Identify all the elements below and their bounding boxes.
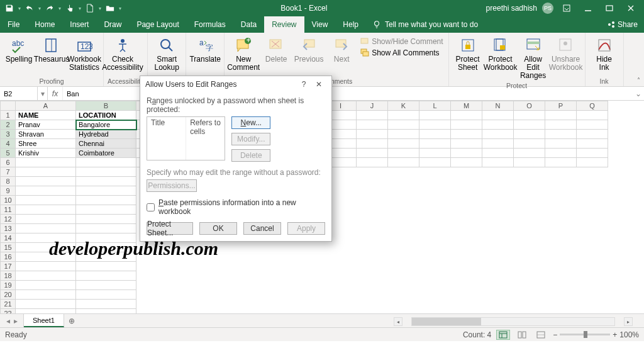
col-header-N[interactable]: N: [482, 101, 514, 111]
col-header-B[interactable]: B: [76, 101, 136, 111]
cell[interactable]: [16, 300, 76, 309]
cell[interactable]: [16, 233, 76, 243]
show-all-comments-button[interactable]: Show All Comments: [359, 48, 444, 58]
thesaurus-button[interactable]: Thesaurus: [36, 34, 67, 64]
cell[interactable]: [545, 111, 577, 120]
zoom-slider[interactable]: [560, 334, 610, 335]
cell[interactable]: [482, 111, 514, 120]
row-header[interactable]: 1: [1, 111, 16, 120]
cell[interactable]: Hydrebad: [76, 130, 136, 139]
cell[interactable]: [388, 149, 419, 158]
new-file-button[interactable]: [83, 1, 97, 15]
cell[interactable]: [577, 120, 608, 130]
cell[interactable]: [16, 196, 76, 205]
select-all-corner[interactable]: [1, 101, 16, 111]
spelling-button[interactable]: abcSpelling: [4, 34, 34, 64]
cell[interactable]: [419, 158, 451, 167]
cell[interactable]: [482, 139, 514, 149]
horizontal-scrollbar[interactable]: ◂ ▸: [394, 317, 633, 326]
redo-button[interactable]: [43, 1, 57, 15]
dialog-close-button[interactable]: ✕: [311, 78, 326, 91]
row-header[interactable]: 12: [1, 215, 16, 224]
tab-insert[interactable]: Insert: [62, 16, 96, 33]
col-header-A[interactable]: A: [16, 101, 76, 111]
cell[interactable]: [451, 130, 482, 139]
paste-permissions-input[interactable]: [147, 203, 155, 211]
cell[interactable]: LOCATIION: [76, 111, 136, 120]
cell[interactable]: [76, 167, 136, 177]
ranges-listbox[interactable]: Title Refers to cells: [147, 116, 225, 160]
maximize-button[interactable]: [601, 1, 618, 15]
col-header-O[interactable]: O: [514, 101, 545, 111]
cell[interactable]: [514, 149, 545, 158]
cell[interactable]: [451, 139, 482, 149]
tab-formulas[interactable]: Formulas: [187, 16, 233, 33]
touch-mode-button[interactable]: [63, 1, 77, 15]
cell[interactable]: [357, 149, 388, 158]
formula-expand-button[interactable]: ⌄: [633, 89, 644, 98]
cell[interactable]: [16, 290, 76, 300]
new-range-button[interactable]: New...: [231, 116, 270, 129]
cell[interactable]: [16, 224, 76, 233]
cell[interactable]: [514, 139, 545, 149]
scroll-track[interactable]: [411, 317, 615, 326]
cell[interactable]: [451, 158, 482, 167]
dialog-titlebar[interactable]: Allow Users to Edit Ranges ? ✕: [140, 76, 331, 93]
cell[interactable]: [451, 149, 482, 158]
minimize-button[interactable]: [580, 1, 596, 15]
dialog-help-button[interactable]: ?: [296, 78, 311, 91]
cell[interactable]: [545, 149, 577, 158]
col-header-P[interactable]: P: [545, 101, 577, 111]
cell[interactable]: [357, 130, 388, 139]
row-header[interactable]: 2: [1, 120, 16, 130]
row-header[interactable]: 13: [1, 224, 16, 233]
cell[interactable]: [577, 111, 608, 120]
cell[interactable]: [577, 130, 608, 139]
cell[interactable]: [577, 158, 608, 167]
col-header-K[interactable]: K: [388, 101, 419, 111]
cell[interactable]: Chennai: [76, 139, 136, 149]
cell[interactable]: [577, 149, 608, 158]
translate-button[interactable]: a字Translate: [190, 34, 220, 64]
tab-review[interactable]: Review: [264, 16, 304, 33]
cell[interactable]: [16, 309, 76, 314]
cell[interactable]: [76, 243, 136, 252]
cell[interactable]: [76, 177, 136, 186]
cell[interactable]: [545, 130, 577, 139]
undo-button[interactable]: [23, 1, 36, 15]
close-button[interactable]: [623, 1, 639, 15]
scroll-left-button[interactable]: ◂: [394, 317, 402, 326]
cell[interactable]: [451, 120, 482, 130]
page-break-view-button[interactable]: [534, 330, 548, 340]
cell[interactable]: [577, 139, 608, 149]
cell[interactable]: [16, 252, 76, 262]
cell[interactable]: [16, 158, 76, 167]
row-header[interactable]: 15: [1, 243, 16, 252]
save-button[interactable]: [3, 1, 16, 15]
cell[interactable]: Pranav: [16, 120, 76, 130]
cell[interactable]: NAME: [16, 111, 76, 120]
cell[interactable]: [16, 177, 76, 186]
paste-permissions-checkbox[interactable]: Paste permissions information into a new…: [147, 198, 325, 216]
row-header[interactable]: 11: [1, 205, 16, 215]
cell[interactable]: [514, 111, 545, 120]
row-header[interactable]: 14: [1, 233, 16, 243]
protect-workbook-button[interactable]: Protect Workbook: [486, 34, 516, 72]
cell[interactable]: Shree: [16, 139, 76, 149]
row-header[interactable]: 19: [1, 281, 16, 290]
cell[interactable]: [357, 139, 388, 149]
row-header[interactable]: 8: [1, 177, 16, 186]
cell[interactable]: [388, 130, 419, 139]
cell[interactable]: [388, 111, 419, 120]
cell[interactable]: [419, 120, 451, 130]
cell[interactable]: [357, 158, 388, 167]
cell[interactable]: [419, 130, 451, 139]
row-header[interactable]: 4: [1, 139, 16, 149]
cell[interactable]: [388, 139, 419, 149]
cell[interactable]: Shravan: [16, 130, 76, 139]
row-header[interactable]: 9: [1, 186, 16, 196]
add-sheet-button[interactable]: ⊕: [64, 314, 79, 327]
smart-lookup-button[interactable]: Smart Lookup: [152, 34, 182, 72]
normal-view-button[interactable]: [496, 330, 510, 340]
share-button[interactable]: Share: [601, 16, 644, 33]
